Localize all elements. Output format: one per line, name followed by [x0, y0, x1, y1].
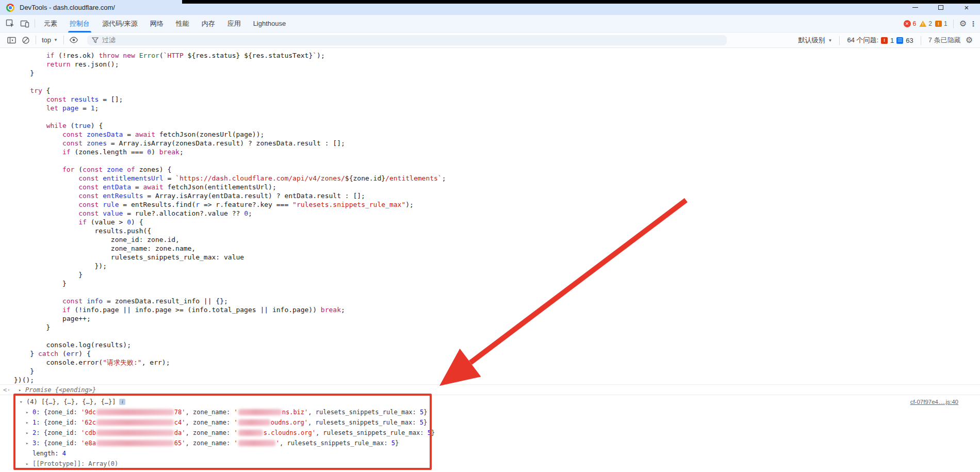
console-settings-gear-icon[interactable]: ⚙: [966, 36, 973, 44]
code-line: console.log(results);: [14, 340, 980, 349]
code-line: }: [14, 367, 980, 376]
code-line: const zonesData = await fetchJson(zonesU…: [14, 130, 980, 139]
eye-icon: [69, 37, 78, 43]
code-line: }: [14, 270, 980, 279]
clear-console-icon: [22, 36, 30, 44]
info-issues-count: 63: [906, 37, 913, 44]
tab-elements[interactable]: 元素: [38, 15, 63, 32]
code-line: zone_id: zone.id,: [14, 235, 980, 244]
hidden-messages-label: 7 条已隐藏: [928, 36, 961, 45]
issue-icon: !: [935, 21, 942, 27]
issues-badge[interactable]: ! 1: [935, 20, 948, 27]
issues-summary[interactable]: 64 个问题: ! 1 63: [847, 36, 913, 45]
source-location-link[interactable]: cf-07f97e4….js:40: [910, 399, 958, 405]
code-line: if (zones.length === 0) break;: [14, 148, 980, 156]
tab-strip: 元素控制台源代码/来源网络性能内存应用Lighthouse: [38, 15, 292, 32]
tab-performance[interactable]: 性能: [170, 15, 195, 32]
inspect-cursor-icon: [6, 19, 15, 28]
close-button[interactable]: ×: [962, 4, 971, 12]
tab-application[interactable]: 应用: [221, 15, 247, 32]
code-line: if (!info.page || info.page >= (info.tot…: [14, 305, 980, 314]
window-top-edge: [182, 0, 980, 4]
divider: [63, 36, 64, 44]
device-toolbar-icon: [20, 19, 29, 28]
settings-gear-icon[interactable]: ⚙: [959, 20, 967, 28]
console-errors-badge[interactable]: ✕ 6: [904, 20, 917, 27]
code-line: }: [14, 69, 980, 77]
redaction-mask: [238, 409, 282, 415]
tab-sources[interactable]: 源代码/来源: [96, 15, 144, 32]
collapse-triangle-icon[interactable]: [20, 399, 26, 404]
tab-console[interactable]: 控制台: [63, 15, 96, 32]
expand-triangle-icon: [26, 420, 32, 425]
redaction-mask: [96, 440, 174, 446]
code-line: if (!res.ok) throw new Error(`HTTP ${res…: [14, 51, 980, 60]
array-item-row[interactable]: 2: {zone_id: 'cdbda', zone_name: 's.clou…: [0, 428, 980, 438]
tab-lighthouse[interactable]: Lighthouse: [247, 15, 292, 32]
error-icon: ✕: [904, 20, 911, 27]
console-filter-input[interactable]: 过滤: [87, 35, 727, 45]
code-line: const rule = entResults.find(r => r.feat…: [14, 200, 980, 209]
live-expression-button[interactable]: [67, 34, 81, 47]
divider: [921, 36, 921, 45]
warning-count: 2: [928, 20, 932, 27]
evaluated-info-icon[interactable]: i: [119, 399, 125, 405]
array-item-row[interactable]: 3: {zone_id: 'e8a65', zone_name: '', rul…: [0, 438, 980, 448]
array-item-row[interactable]: 0: {zone_id: '9dc78', zone_name: 'ns.biz…: [0, 407, 980, 417]
array-preview-text: (4) [{…}, {…}, {…}, {…}]: [26, 398, 116, 405]
code-line: const entitlementsUrl = `https://dash.cl…: [14, 174, 980, 183]
tab-network[interactable]: 网络: [144, 15, 170, 32]
minimize-button[interactable]: [911, 4, 919, 12]
more-options-icon[interactable]: ⋮: [970, 20, 977, 28]
log-level-dropdown[interactable]: 默认级别 ▼: [798, 36, 832, 45]
array-length-line: length: 4: [0, 448, 980, 459]
minimize-icon: [912, 7, 918, 8]
redaction-mask: [238, 440, 275, 446]
expand-triangle-icon: [26, 441, 32, 446]
console-toolbar-right: 默认级别 ▼ 64 个问题: ! 1 63 7 条已隐藏 ⚙: [798, 32, 973, 48]
code-line: const zones = Array.isArray(zonesData.re…: [14, 139, 980, 148]
expand-triangle-icon[interactable]: [19, 387, 25, 393]
code-line: rulesets_snippets_rule_max: value: [14, 253, 980, 262]
promise-pending-value: Promise {<pending>}: [25, 386, 96, 394]
console-warnings-badge[interactable]: ! 2: [919, 20, 932, 27]
code-line: if (value > 0) {: [14, 218, 980, 226]
inspect-element-button[interactable]: [3, 17, 18, 30]
context-label: top: [42, 36, 51, 44]
result-rows: 0: {zone_id: '9dc78', zone_name: 'ns.biz…: [0, 407, 980, 448]
javascript-context-dropdown[interactable]: top ▼: [39, 36, 61, 44]
maximize-icon: [938, 5, 943, 10]
tab-memory[interactable]: 内存: [195, 15, 221, 32]
code-line: const info = zonesData.result_info || {}…: [14, 297, 980, 305]
code-line: return res.json();: [14, 60, 980, 69]
warning-icon: !: [919, 21, 926, 27]
console-input-echo-code: if (!res.ok) throw new Error(`HTTP ${res…: [0, 48, 980, 384]
prototype-text: [[Prototype]]: Array(0): [32, 460, 118, 467]
filter-placeholder: 过滤: [102, 36, 116, 45]
divider: [839, 36, 840, 45]
code-line: [14, 288, 980, 297]
code-line: const entResults = Array.isArray(entData…: [14, 191, 980, 200]
console-sidebar-toggle-button[interactable]: [4, 34, 19, 47]
code-line: }: [14, 279, 980, 288]
chevron-down-icon: ▼: [828, 38, 832, 43]
device-toolbar-button[interactable]: [18, 17, 32, 30]
sidebar-panel-icon: [7, 37, 16, 44]
code-line: });: [14, 262, 980, 270]
code-line: let page = 1;: [14, 104, 980, 112]
devtools-tabbar: 元素控制台源代码/来源网络性能内存应用Lighthouse ✕ 6 ! 2 ! …: [0, 15, 980, 32]
array-item-row[interactable]: 1: {zone_id: '62cc4', zone_name: 'oudns.…: [0, 417, 980, 428]
maximize-button[interactable]: [937, 4, 945, 12]
redaction-mask: [96, 409, 174, 415]
breaking-issues-icon: !: [881, 37, 888, 44]
console-return-value-line: <· Promise {<pending>}: [0, 385, 980, 395]
prototype-line[interactable]: [[Prototype]]: Array(0): [0, 459, 980, 469]
clear-console-button[interactable]: [19, 34, 33, 47]
array-preview-line[interactable]: (4) [{…}, {…}, {…}, {…}] i: [0, 397, 980, 407]
code-line: [14, 332, 980, 340]
code-line: [14, 156, 980, 165]
code-line: results.push({: [14, 226, 980, 235]
chevron-down-icon: ▼: [54, 38, 58, 42]
expand-triangle-icon: [26, 430, 32, 435]
error-count: 6: [913, 20, 917, 27]
